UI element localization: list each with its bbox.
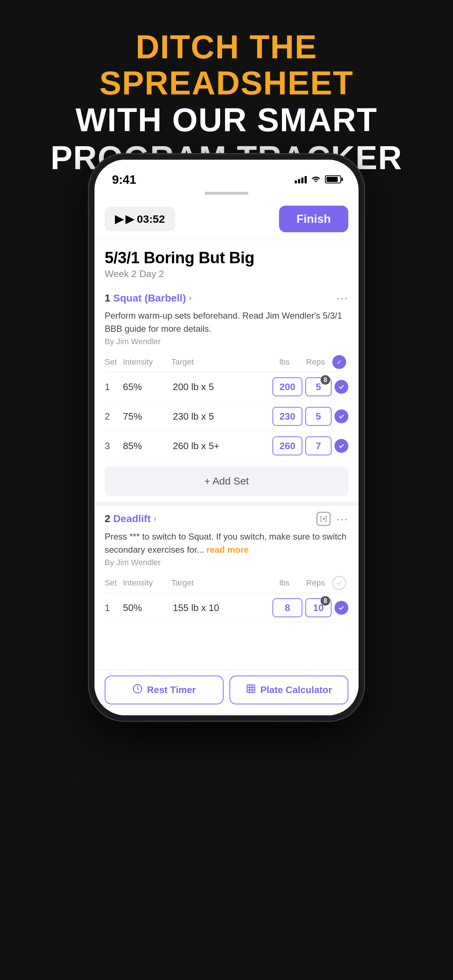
ex2-check-all[interactable] <box>332 576 346 590</box>
set2-lbs-input[interactable]: 230 <box>273 407 302 426</box>
swap-icon[interactable] <box>317 512 330 526</box>
ex2-set1-badge: 8 <box>321 596 330 606</box>
status-time: 9:41 <box>112 172 136 187</box>
ex2-set1-target: 155 lb x 10 <box>173 602 273 614</box>
plate-calculator-button[interactable]: Plate Calculator <box>230 676 348 705</box>
content-scroll: 5/3/1 Boring But Big Week 2 Day 2 1 Squa… <box>94 240 359 715</box>
battery-fill <box>327 177 338 182</box>
set-row-2: 2 75% 230 lb x 5 230 5 <box>105 402 348 431</box>
check-all-col: ✓ <box>330 355 348 369</box>
exercise2-author: By Jim Wendler <box>105 558 348 567</box>
checkmark-icon: ✓ <box>337 358 342 366</box>
ex2-check-all-col <box>330 576 348 590</box>
exercise2-number: 2 <box>105 513 110 525</box>
set2-reps-input[interactable]: 5 <box>305 407 332 426</box>
exercise1-sets-table: Set Intensity Target lbs Reps ✓ <box>105 352 348 461</box>
rest-timer-button[interactable]: Rest Timer <box>105 676 223 705</box>
exercise2-title-row[interactable]: 2 Deadlift › <box>105 513 156 525</box>
exercise1-description: Perform warm-up sets beforehand. Read Ji… <box>105 309 348 336</box>
timer-bar: ▶ ▶ 03:52 Finish <box>94 198 359 240</box>
col-reps-label: Reps <box>301 357 330 367</box>
headline-line2: WITH OUR SMART <box>29 101 424 139</box>
wifi-icon <box>311 175 321 184</box>
exercise1-author: By Jim Wendler <box>105 337 348 346</box>
signal-icon <box>295 175 307 183</box>
exercise1-title-row[interactable]: 1 Squat (Barbell) › <box>105 293 191 304</box>
ex2-col-target-label: Target <box>171 578 268 588</box>
finish-button[interactable]: Finish <box>279 205 348 232</box>
exercise2-name[interactable]: Deadlift <box>113 513 151 525</box>
status-icons <box>295 175 341 184</box>
phone-outer: 9:41 <box>88 153 365 722</box>
plate-calculator-icon <box>246 684 256 696</box>
col-set-label: Set <box>105 357 123 367</box>
set3-check[interactable] <box>335 439 348 453</box>
exercise1-header: 1 Squat (Barbell) › ··· <box>105 291 348 305</box>
set-row-3: 3 85% 260 lb x 5+ 260 7 <box>105 431 348 461</box>
phone-mockup: 9:41 <box>88 153 365 948</box>
add-set-button[interactable]: + Add Set <box>105 467 348 496</box>
sets-header-row: Set Intensity Target lbs Reps ✓ <box>105 352 348 372</box>
bottom-bar: Rest Timer Plate Calculator <box>94 670 359 715</box>
exercise2-header: 2 Deadlift › <box>105 512 348 526</box>
col-lbs-label: lbs <box>268 357 301 367</box>
chevron-right-icon-2: › <box>153 514 156 523</box>
rest-timer-label: Rest Timer <box>147 684 196 695</box>
set1-lbs-input[interactable]: 200 <box>273 377 302 396</box>
play-icon: ▶ <box>115 213 123 225</box>
workout-info: 5/3/1 Boring But Big Week 2 Day 2 <box>94 240 359 285</box>
ex2-set1-num: 1 <box>105 602 123 614</box>
ex2-col-reps-label: Reps <box>301 578 330 588</box>
signal-bar-1 <box>295 180 297 183</box>
set2-num: 2 <box>105 411 123 422</box>
exercise1-name[interactable]: Squat (Barbell) <box>113 293 186 304</box>
set3-reps-input[interactable]: 7 <box>305 436 332 455</box>
phone-screen: 9:41 <box>94 160 359 715</box>
set-row-1: 1 65% 200 lb x 5 200 5 8 <box>105 372 348 402</box>
exercise2-description: Press *** to switch to Squat. If you swi… <box>105 530 348 556</box>
exercise1-section: 1 Squat (Barbell) › ··· Perform warm-up … <box>94 285 359 496</box>
col-intensity-label: Intensity <box>123 357 171 367</box>
set1-check[interactable] <box>335 380 348 394</box>
exercise2-more-icon[interactable]: ··· <box>336 512 348 526</box>
scroll-indicator <box>94 192 359 198</box>
plate-calculator-label: Plate Calculator <box>260 684 332 695</box>
signal-bar-2 <box>298 179 300 183</box>
set2-intensity: 75% <box>123 411 173 422</box>
rest-timer-icon <box>132 684 143 696</box>
scrollable-content[interactable]: 5/3/1 Boring But Big Week 2 Day 2 1 Squa… <box>94 240 359 715</box>
ex2-col-lbs-label: lbs <box>268 578 301 588</box>
set3-intensity: 85% <box>123 441 173 452</box>
exercise1-more-icon[interactable]: ··· <box>336 291 348 305</box>
exercise1-number: 1 <box>105 293 110 304</box>
chevron-right-icon: › <box>189 293 191 303</box>
exercise2-sets-header: Set Intensity Target lbs Reps <box>105 573 348 593</box>
workout-title: 5/3/1 Boring But Big <box>105 249 348 267</box>
read-more-link[interactable]: read more <box>206 545 249 555</box>
scroll-pill <box>205 192 248 195</box>
exercise2-header-icons: ··· <box>317 512 348 526</box>
signal-bar-3 <box>301 178 303 183</box>
svg-rect-1 <box>247 685 255 693</box>
status-bar: 9:41 <box>94 160 359 192</box>
exercise2-sets-table: Set Intensity Target lbs Reps <box>105 573 348 623</box>
check-all-button[interactable]: ✓ <box>332 355 346 369</box>
timer-button[interactable]: ▶ ▶ 03:52 <box>105 207 175 231</box>
set3-lbs-input[interactable]: 260 <box>273 436 302 455</box>
ex2-set1-check[interactable] <box>335 601 348 615</box>
exercise2-section: 2 Deadlift › <box>94 506 359 623</box>
signal-bar-4 <box>305 176 307 183</box>
ex2-col-intensity-label: Intensity <box>123 578 171 588</box>
ex2-set1-intensity: 50% <box>123 602 173 614</box>
set2-check[interactable] <box>335 409 348 423</box>
set1-num: 1 <box>105 381 123 393</box>
headline-line1: DITCH THE SPREADSHEET <box>29 29 424 101</box>
battery-icon <box>325 175 341 183</box>
set3-num: 3 <box>105 441 123 452</box>
ex2-set1-lbs-input[interactable]: 8 <box>273 598 302 617</box>
ex2-col-set-label: Set <box>105 578 123 588</box>
ex2-set-row-1: 1 50% 155 lb x 10 8 10 8 <box>105 593 348 623</box>
set1-badge: 8 <box>321 375 330 385</box>
set3-target: 260 lb x 5+ <box>173 441 273 452</box>
screen-inner: 9:41 <box>94 160 359 715</box>
